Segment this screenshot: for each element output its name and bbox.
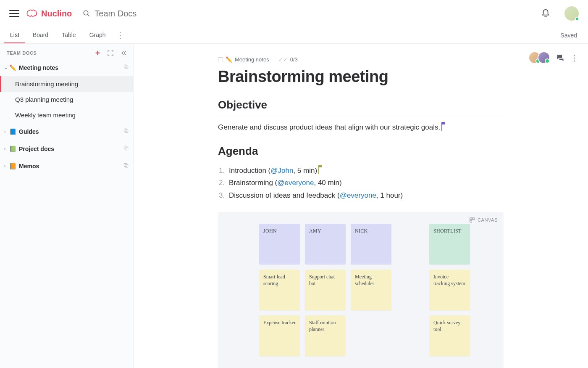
content-area: ⋮ ✏️ Meeting notes ✓✓ 0/3 Brainstorming … bbox=[134, 44, 588, 368]
sidebar-header: TEAM DOCS + bbox=[0, 45, 133, 59]
sidebar-item[interactable]: ›📗Project docs bbox=[0, 140, 133, 157]
copy-icon[interactable] bbox=[123, 162, 129, 169]
user-avatar[interactable] bbox=[564, 6, 579, 21]
app-logo[interactable]: Nuclino bbox=[26, 8, 72, 19]
svg-rect-9 bbox=[124, 163, 127, 166]
agenda-item[interactable]: Discussion of ideas and feedback (@every… bbox=[219, 189, 504, 202]
svg-rect-6 bbox=[125, 147, 128, 150]
topbar: Nuclino bbox=[0, 0, 588, 27]
sidebar-item-label: Guides bbox=[19, 128, 123, 135]
checklist-progress[interactable]: ✓✓ 0/3 bbox=[278, 56, 298, 63]
sidebar-child-item[interactable]: Q3 planning meeting bbox=[0, 92, 133, 107]
sidebar-item[interactable]: ›📙Memos bbox=[0, 157, 133, 175]
tab-list[interactable]: List bbox=[4, 27, 25, 43]
doc-more-icon[interactable]: ⋮ bbox=[570, 53, 579, 62]
copy-icon[interactable] bbox=[123, 145, 129, 152]
agenda-item[interactable]: Brainstorming (@everyone, 40 min) bbox=[219, 177, 504, 189]
objective-text: Generate and discuss product ideas that … bbox=[218, 123, 440, 131]
collab-cursor-icon bbox=[441, 123, 442, 131]
doc-icon bbox=[218, 57, 223, 62]
sidebar-item-label: Project docs bbox=[19, 146, 123, 152]
sticky-note[interactable]: Meeting scheduler bbox=[351, 270, 391, 310]
item-emoji-icon: ✏️ bbox=[9, 64, 16, 71]
canvas-label: CANVAS bbox=[469, 217, 498, 223]
tab-board[interactable]: Board bbox=[27, 27, 54, 43]
sidebar-tree: ⌄✏️Meeting notesBrainstorming meetingQ3 … bbox=[0, 59, 133, 175]
search[interactable] bbox=[83, 9, 220, 19]
sidebar-child-item[interactable]: Brainstorming meeting bbox=[0, 76, 133, 92]
objective-heading[interactable]: Objective bbox=[218, 98, 504, 111]
breadcrumb[interactable]: ✏️ Meeting notes bbox=[218, 56, 269, 63]
agenda-list[interactable]: Introduction (@John, 5 min)Brainstorming… bbox=[219, 164, 504, 202]
canvas-grid: JOHNSmart lead scoringExpense trackerAMY… bbox=[259, 224, 470, 356]
svg-point-0 bbox=[84, 11, 89, 15]
expand-icon[interactable] bbox=[107, 50, 114, 56]
caret-icon: › bbox=[4, 146, 8, 151]
breadcrumb-label: Meeting notes bbox=[235, 56, 269, 63]
sidebar-child-item[interactable]: Weekly team meeting bbox=[0, 107, 133, 123]
svg-rect-3 bbox=[124, 65, 127, 68]
canvas-column: AMYSupport chat botStaff rotation planne… bbox=[305, 224, 346, 356]
bell-icon[interactable] bbox=[541, 9, 550, 18]
tab-graph[interactable]: Graph bbox=[84, 27, 112, 43]
sticky-note[interactable]: Support chat bot bbox=[305, 270, 346, 310]
sticky-note[interactable]: Expense tracker bbox=[259, 315, 300, 356]
breadcrumb-emoji: ✏️ bbox=[226, 56, 232, 63]
sticky-note[interactable]: Staff rotation planner bbox=[305, 315, 346, 356]
workspace-label: TEAM DOCS bbox=[7, 50, 95, 56]
sticky-header[interactable]: JOHN bbox=[259, 224, 300, 265]
sticky-header[interactable]: SHORTLIST bbox=[429, 224, 470, 265]
canvas-label-text: CANVAS bbox=[478, 217, 498, 222]
sidebar-item[interactable]: ⌄✏️Meeting notes bbox=[0, 59, 133, 76]
menu-icon[interactable] bbox=[9, 8, 19, 19]
svg-line-1 bbox=[88, 14, 90, 16]
canvas-column: JOHNSmart lead scoringExpense tracker bbox=[259, 224, 300, 356]
search-icon bbox=[83, 10, 90, 17]
sticky-note[interactable]: Smart lead scoring bbox=[259, 270, 300, 310]
collab-cursor-icon bbox=[318, 166, 319, 174]
item-emoji-icon: 📗 bbox=[9, 146, 16, 152]
item-emoji-icon: 📙 bbox=[9, 163, 16, 169]
save-status: Saved bbox=[560, 32, 584, 39]
check-icon: ✓✓ bbox=[278, 56, 288, 63]
copy-icon[interactable] bbox=[123, 64, 129, 71]
checklist-count: 0/3 bbox=[290, 56, 298, 63]
canvas-icon bbox=[469, 217, 475, 223]
sticky-note[interactable]: Invoice tracking system bbox=[429, 270, 470, 310]
mention[interactable]: @John bbox=[270, 167, 293, 175]
tab-table[interactable]: Table bbox=[56, 27, 81, 43]
breadcrumb-row: ✏️ Meeting notes ✓✓ 0/3 bbox=[218, 56, 504, 63]
caret-icon: › bbox=[4, 129, 8, 134]
collapse-sidebar-icon[interactable] bbox=[121, 50, 127, 56]
search-input[interactable] bbox=[94, 9, 220, 19]
sticky-note[interactable]: Quick survey tool bbox=[429, 315, 470, 356]
sticky-header[interactable]: NICK bbox=[351, 224, 391, 265]
tabs-more-icon[interactable]: ⋮ bbox=[113, 31, 127, 40]
presence-avatar[interactable] bbox=[538, 51, 550, 64]
sidebar: TEAM DOCS + ⌄✏️Meeting notesBrainstormin… bbox=[0, 44, 134, 368]
sidebar-item[interactable]: ›📘Guides bbox=[0, 123, 133, 140]
comments-icon[interactable] bbox=[556, 53, 564, 62]
svg-rect-4 bbox=[125, 130, 128, 133]
agenda-heading[interactable]: Agenda bbox=[218, 145, 504, 158]
add-page-button[interactable]: + bbox=[95, 50, 100, 56]
page-title[interactable]: Brainstorming meeting bbox=[218, 68, 504, 86]
svg-rect-2 bbox=[125, 66, 128, 69]
doc-actions: ⋮ bbox=[532, 51, 579, 64]
copy-icon[interactable] bbox=[123, 128, 129, 135]
canvas-block[interactable]: CANVAS JOHNSmart lead scoringExpense tra… bbox=[218, 212, 504, 368]
sticky-header[interactable]: AMY bbox=[305, 224, 346, 265]
objective-body[interactable]: Generate and discuss product ideas that … bbox=[218, 122, 504, 133]
caret-icon: ⌄ bbox=[4, 65, 8, 70]
svg-rect-7 bbox=[124, 146, 127, 149]
mention[interactable]: @everyone bbox=[340, 191, 376, 199]
svg-rect-11 bbox=[472, 218, 475, 220]
sidebar-item-label: Meeting notes bbox=[19, 64, 123, 71]
presence-avatars[interactable] bbox=[532, 51, 550, 64]
document: ✏️ Meeting notes ✓✓ 0/3 Brainstorming me… bbox=[197, 44, 525, 368]
svg-rect-8 bbox=[125, 164, 128, 167]
svg-rect-12 bbox=[470, 220, 472, 222]
canvas-column: NICKMeeting scheduler bbox=[351, 224, 391, 356]
mention[interactable]: @everyone bbox=[277, 179, 314, 187]
agenda-item[interactable]: Introduction (@John, 5 min) bbox=[219, 164, 504, 177]
